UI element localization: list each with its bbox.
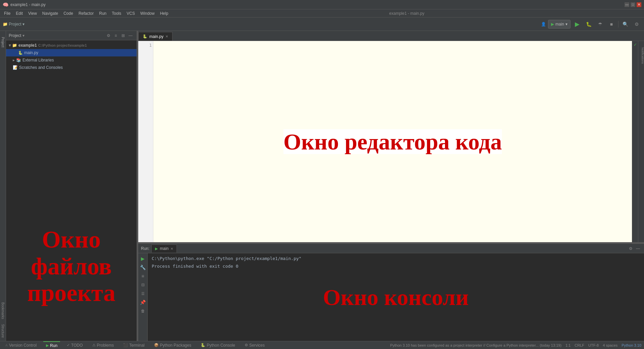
status-tab-terminal[interactable]: ⬛ Terminal (120, 341, 147, 349)
run-tab-label: main (160, 246, 168, 251)
main-content: Project Bookmarks Structure Project ▾ ⚙ … (0, 31, 644, 341)
notifications-button[interactable]: Notifications (638, 42, 644, 69)
run-config-selector[interactable]: ▶ main ▾ (548, 20, 571, 29)
menu-refactor[interactable]: Refactor (76, 10, 96, 16)
status-tab-packages[interactable]: 📦 Python Packages (151, 341, 194, 349)
project-dropdown[interactable]: 📁 Project ▾ (3, 22, 24, 27)
project-panel-title: Project (9, 33, 21, 38)
editor-tabs: 🐍 main.py ✕ (138, 31, 644, 41)
menu-help[interactable]: Help (157, 10, 171, 16)
run-pin[interactable]: 📌 (139, 298, 147, 306)
editor-right-portion: 🐍 main.py ✕ 1 Окно редактора кода (138, 31, 644, 341)
run-panel-minimize[interactable]: — (635, 245, 641, 252)
run-tab-icon: ▶ (155, 247, 158, 251)
notifications-sidebar: Notifications (638, 41, 644, 242)
menu-bar: File Edit View Navigate Code Refactor Ru… (0, 9, 644, 17)
tree-folder-example1-icon: 📁 (12, 43, 17, 48)
structure-toggle[interactable]: Structure (0, 321, 6, 341)
bookmarks-toggle[interactable]: Bookmarks (0, 301, 6, 321)
console-window-label: Окно консоли (323, 285, 468, 310)
project-panel-cog[interactable]: ⚙ (105, 32, 112, 39)
run-clear[interactable]: ⊟ (139, 281, 147, 289)
run-scroll-end[interactable]: ≡ (139, 272, 147, 280)
menu-file[interactable]: File (1, 10, 13, 16)
status-tab-todo[interactable]: ✓ TODO (64, 341, 85, 349)
project-panel-expand[interactable]: ⊞ (120, 32, 127, 39)
project-panel-chevron: ▾ (22, 33, 24, 38)
editor-window-label: Окно редактора кода (284, 129, 502, 154)
title-bar: 🧠 example1 - main.py — □ ✕ (0, 0, 644, 9)
menu-navigate[interactable]: Navigate (40, 10, 61, 16)
menu-window[interactable]: Window (138, 10, 157, 16)
toolbar-account[interactable]: 👤 (541, 22, 546, 27)
rerun-button[interactable]: ▶ (139, 255, 147, 263)
tree-arrow-example1: ▾ (9, 43, 11, 48)
menu-code[interactable]: Code (61, 10, 76, 16)
title-bar-title: example1 - main.py (10, 2, 46, 7)
minimize-button[interactable]: — (625, 2, 629, 7)
status-encoding: UTF-8 (588, 343, 599, 347)
run-panel-header-left: Run: ▶ main ✕ (141, 245, 177, 253)
console-command: C:\Python\python.exe "C:/Python project/… (152, 256, 640, 261)
run-panel-settings[interactable]: ⚙ (627, 245, 634, 252)
run-panel-body: ▶ 🔧 ≡ ⊟ ☰ 📌 🗑 C:\Python\python.exe "C:/P… (138, 253, 644, 341)
toolbar-left: 📁 Project ▾ (3, 22, 26, 27)
left-sidebar: Project Bookmarks Structure (0, 31, 6, 341)
project-panel-toggle[interactable]: Project (0, 32, 6, 52)
menu-edit[interactable]: Edit (13, 10, 26, 16)
run-tab-main[interactable]: ▶ main ✕ (151, 245, 177, 253)
tab-py-icon: 🐍 (143, 34, 147, 39)
stop-button[interactable]: ■ (607, 19, 616, 29)
python-console-icon: 🐍 (201, 343, 205, 347)
menu-tools[interactable]: Tools (109, 10, 124, 16)
console-output[interactable]: C:\Python\python.exe "C:/Python project/… (148, 253, 644, 341)
menu-view[interactable]: View (26, 10, 40, 16)
status-tab-python-console-label: Python Console (207, 343, 235, 348)
tab-mainpy[interactable]: 🐍 main.py ✕ (138, 32, 172, 41)
status-bar-right: Python 3.10 has been configured as a pro… (390, 343, 641, 347)
close-button[interactable]: ✕ (637, 2, 641, 7)
run-config-chevron: ▾ (565, 22, 567, 27)
run-filter[interactable]: ☰ (139, 290, 147, 298)
code-area[interactable]: Окно редактора кода (153, 41, 632, 242)
status-tab-services[interactable]: ⚙ Services (242, 341, 267, 349)
settings-icon: ⚙ (635, 21, 639, 27)
debug-icon: 🐛 (586, 21, 592, 27)
status-tab-vcs[interactable]: ⑃ Version Control (3, 341, 39, 349)
menu-vcs[interactable]: VCS (124, 10, 138, 16)
project-panel-header-left: Project ▾ (9, 33, 24, 38)
settings-button[interactable]: ⚙ (632, 19, 641, 29)
project-tree: ▾ 📁 example1 C:\Python project\example1 … (6, 40, 137, 192)
status-tab-python-console[interactable]: 🐍 Python Console (198, 341, 238, 349)
gutter-ok-icon: ✓ (634, 42, 637, 47)
run-trash[interactable]: 🗑 (139, 307, 147, 315)
services-icon: ⚙ (245, 343, 248, 347)
status-python-version: Python 3.10 (622, 343, 641, 347)
run-button[interactable]: ▶ (573, 19, 582, 29)
project-panel-collapse[interactable]: — (127, 32, 134, 39)
status-tab-services-label: Services (249, 343, 265, 348)
run-tab-close[interactable]: ✕ (170, 247, 173, 251)
run-left-toolbar: ▶ 🔧 ≡ ⊟ ☰ 📌 🗑 (138, 253, 148, 341)
tree-label-scratches: Scratches and Consoles (19, 65, 63, 70)
tree-item-external-libs[interactable]: ▸ 📚 External Libraries (6, 56, 137, 64)
status-tab-run[interactable]: ▶ Run (43, 341, 60, 349)
tree-item-mainpy[interactable]: 🐍 main.py (6, 49, 137, 56)
search-everywhere-button[interactable]: 🔍 (621, 19, 630, 29)
vcs-icon: ⑃ (5, 343, 8, 347)
title-bar-left: 🧠 example1 - main.py (3, 2, 46, 7)
tree-label-extlibs: External Libraries (22, 58, 54, 62)
tree-item-scratches[interactable]: 📝 Scratches and Consoles (6, 64, 137, 71)
menu-run[interactable]: Run (96, 10, 109, 16)
run-label: Run: (141, 246, 149, 251)
project-panel-filter[interactable]: ≡ (112, 32, 119, 39)
tab-close-mainpy[interactable]: ✕ (165, 35, 168, 38)
title-bar-controls: — □ ✕ (625, 2, 641, 7)
coverage-button[interactable]: ☂ (595, 19, 605, 29)
status-tab-problems[interactable]: ⚠ Problems (90, 341, 117, 349)
tree-item-example1[interactable]: ▾ 📁 example1 C:\Python project\example1 (6, 42, 137, 49)
status-tab-vcs-label: Version Control (9, 343, 37, 348)
run-stop-button[interactable]: 🔧 (139, 263, 147, 271)
debug-button[interactable]: 🐛 (584, 19, 593, 29)
maximize-button[interactable]: □ (631, 2, 635, 7)
